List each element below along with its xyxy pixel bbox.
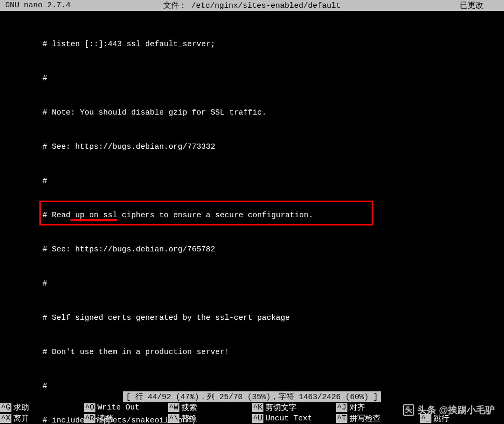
shortcut-key: ^R bbox=[84, 414, 95, 423]
shortcut-label: 替换 bbox=[181, 414, 197, 423]
file-info: 文件： /etc/nginx/sites-enabled/default bbox=[163, 1, 341, 10]
code-line: # listen [::]:443 ssl default_server; bbox=[0, 39, 504, 50]
app-name: GNU nano 2.7.4 bbox=[5, 1, 71, 10]
shortcut-label: 拼写检查 bbox=[349, 414, 381, 423]
shortcut-label: 离开 bbox=[13, 414, 29, 423]
shortcut-label: 读档 bbox=[97, 414, 113, 423]
title-bar: GNU nano 2.7.4 文件： /etc/nginx/sites-enab… bbox=[0, 0, 504, 11]
code-line: # Read up on ssl_ciphers to ensure a sec… bbox=[0, 210, 504, 221]
shortcut-cut[interactable]: ^K 剪切文字 bbox=[252, 402, 336, 413]
shortcut-help[interactable]: ^G 求助 bbox=[0, 402, 84, 413]
shortcut-label: 搜索 bbox=[181, 403, 197, 413]
code-line: # bbox=[0, 278, 504, 290]
shortcut-label: Uncut Text bbox=[265, 414, 312, 423]
watermark-text: 头条 @挨踢小毛驴 bbox=[417, 404, 495, 416]
shortcut-key: ^\ bbox=[168, 414, 179, 423]
code-line: # bbox=[0, 176, 504, 187]
editor-content[interactable]: # listen [::]:443 ssl default_server; # … bbox=[0, 11, 504, 424]
code-line: # See: https://bugs.debian.org/773332 bbox=[0, 142, 504, 153]
file-label: 文件： bbox=[163, 2, 187, 10]
shortcut-key: ^W bbox=[168, 403, 179, 412]
shortcut-key: ^U bbox=[252, 414, 263, 423]
shortcut-key: ^T bbox=[336, 414, 347, 423]
code-line: # Note: You should disable gzip for SSL … bbox=[0, 107, 504, 119]
shortcut-read[interactable]: ^R 读档 bbox=[84, 413, 168, 424]
status-bar: [ 行 44/92 (47%)，列 25/70 (35%)，字符 1463/24… bbox=[0, 391, 504, 402]
shortcut-uncut[interactable]: ^U Uncut Text bbox=[252, 413, 336, 424]
shortcut-writeout[interactable]: ^O Write Out bbox=[84, 402, 168, 413]
shortcut-key: ^J bbox=[336, 403, 347, 412]
code-line: # Self signed certs generated by the ssl… bbox=[0, 313, 504, 324]
shortcut-label: 求助 bbox=[13, 403, 29, 413]
code-line: # bbox=[0, 73, 504, 84]
shortcut-label: 剪切文字 bbox=[265, 403, 297, 413]
shortcut-label: Write Out bbox=[97, 403, 139, 412]
code-line: # See: https://bugs.debian.org/765782 bbox=[0, 244, 504, 256]
code-line: # Don't use them in a production server! bbox=[0, 347, 504, 358]
modified-status: 已更改 bbox=[460, 1, 483, 10]
status-text: [ 行 44/92 (47%)，列 25/70 (35%)，字符 1463/24… bbox=[123, 391, 381, 402]
shortcut-search[interactable]: ^W 搜索 bbox=[168, 402, 252, 413]
file-path: /etc/nginx/sites-enabled/default bbox=[191, 2, 341, 10]
shortcut-label: 对齐 bbox=[349, 403, 365, 413]
code-line: # bbox=[0, 381, 504, 392]
shortcut-exit[interactable]: ^X 离开 bbox=[0, 413, 84, 424]
shortcut-key: ^G bbox=[0, 403, 11, 412]
shortcut-key: ^O bbox=[84, 403, 95, 412]
shortcut-key: ^K bbox=[252, 403, 263, 412]
shortcut-key: ^X bbox=[0, 414, 11, 423]
watermark: 头 头条 @挨踢小毛驴 bbox=[403, 404, 495, 416]
watermark-icon: 头 bbox=[403, 404, 414, 416]
shortcut-replace[interactable]: ^\ 替换 bbox=[168, 413, 252, 424]
